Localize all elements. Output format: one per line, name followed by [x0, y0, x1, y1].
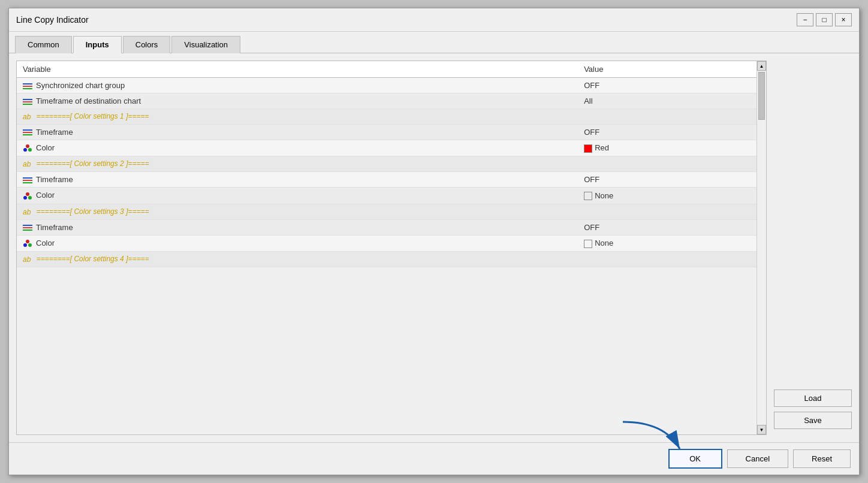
- svg-point-6: [26, 240, 29, 243]
- variable-cell: Synchronized chart group: [17, 78, 578, 93]
- variable-cell: Color: [17, 188, 578, 204]
- title-controls: − □ ×: [797, 13, 852, 26]
- main-window: Line Copy Indicator − □ × Common Inputs …: [8, 8, 860, 475]
- content-area: Variable Value Synchronized chart groupO…: [9, 53, 859, 442]
- scroll-down-button[interactable]: ▼: [757, 425, 766, 434]
- svg-point-2: [28, 148, 32, 152]
- tab-inputs[interactable]: Inputs: [73, 36, 122, 53]
- ab-icon: ab: [23, 208, 31, 216]
- variable-cell: Timeframe: [17, 124, 578, 140]
- table-row[interactable]: ColorNone: [17, 235, 757, 252]
- svg-point-3: [26, 192, 29, 196]
- minimize-button[interactable]: −: [797, 13, 813, 26]
- ab-icon: ab: [23, 255, 31, 264]
- table-row[interactable]: Synchronized chart groupOFF: [17, 78, 757, 93]
- side-buttons: Load Save: [774, 61, 852, 435]
- svg-point-0: [26, 144, 29, 148]
- value-cell[interactable]: None: [578, 188, 757, 204]
- color-picker-icon: [23, 191, 36, 200]
- close-button[interactable]: ×: [835, 13, 852, 26]
- svg-point-5: [28, 196, 32, 200]
- color-picker-icon: [23, 239, 36, 247]
- value-cell[interactable]: OFF: [578, 78, 757, 93]
- color-swatch: [584, 144, 592, 153]
- svg-point-1: [23, 148, 27, 152]
- lines-icon: [23, 99, 32, 105]
- reset-button[interactable]: Reset: [793, 449, 851, 468]
- svg-point-8: [28, 243, 32, 247]
- inputs-table: Variable Value Synchronized chart groupO…: [17, 61, 757, 267]
- scroll-up-button[interactable]: ▲: [757, 61, 766, 71]
- tab-bar: Common Inputs Colors Visualization: [9, 32, 859, 53]
- cancel-button[interactable]: Cancel: [727, 449, 788, 468]
- variable-cell: Timeframe of destination chart: [17, 93, 578, 109]
- table-row[interactable]: ab ========[ Color settings 2 ]=====: [17, 156, 757, 172]
- ab-icon: ab: [23, 160, 31, 168]
- window-title: Line Copy Indicator: [16, 15, 89, 25]
- svg-point-7: [23, 243, 27, 247]
- variable-cell: Color: [17, 140, 578, 156]
- title-bar: Line Copy Indicator − □ ×: [9, 8, 859, 32]
- table-wrapper: Variable Value Synchronized chart groupO…: [16, 61, 767, 435]
- table-row[interactable]: ColorNone: [17, 188, 757, 204]
- color-swatch: [584, 192, 592, 200]
- maximize-button[interactable]: □: [816, 13, 833, 26]
- tab-common[interactable]: Common: [15, 36, 72, 53]
- separator-label: ab ========[ Color settings 4 ]=====: [17, 252, 757, 267]
- value-cell[interactable]: All: [578, 93, 757, 109]
- value-cell[interactable]: OFF: [578, 219, 757, 235]
- scrollbar[interactable]: ▲ ▼: [757, 61, 766, 434]
- table-row[interactable]: Timeframe of destination chartAll: [17, 93, 757, 109]
- table-row[interactable]: TimeframeOFF: [17, 124, 757, 140]
- table-row[interactable]: ColorRed: [17, 140, 757, 156]
- ok-button[interactable]: OK: [668, 449, 722, 469]
- table-row[interactable]: TimeframeOFF: [17, 219, 757, 235]
- lines-icon: [23, 225, 32, 231]
- table-row[interactable]: TimeframeOFF: [17, 172, 757, 188]
- table-row[interactable]: ab ========[ Color settings 3 ]=====: [17, 204, 757, 219]
- lines-icon: [23, 129, 32, 135]
- color-swatch: [584, 240, 592, 248]
- lines-icon: [23, 83, 32, 89]
- load-button[interactable]: Load: [774, 390, 852, 407]
- variable-cell: Color: [17, 235, 578, 252]
- value-cell[interactable]: None: [578, 235, 757, 252]
- ab-icon: ab: [23, 113, 31, 121]
- tab-visualization[interactable]: Visualization: [171, 36, 240, 53]
- variable-cell: Timeframe: [17, 219, 578, 235]
- separator-label: ab ========[ Color settings 1 ]=====: [17, 109, 757, 125]
- variable-cell: Timeframe: [17, 172, 578, 188]
- separator-label: ab ========[ Color settings 2 ]=====: [17, 156, 757, 172]
- col-value: Value: [578, 61, 757, 78]
- color-picker-icon: [23, 143, 36, 152]
- col-variable: Variable: [17, 61, 578, 78]
- table-scroll[interactable]: Variable Value Synchronized chart groupO…: [17, 61, 757, 434]
- lines-icon: [23, 177, 32, 183]
- save-button[interactable]: Save: [774, 412, 852, 429]
- footer: OK Cancel Reset: [9, 442, 859, 475]
- separator-label: ab ========[ Color settings 3 ]=====: [17, 204, 757, 219]
- scroll-thumb[interactable]: [758, 72, 765, 120]
- value-cell[interactable]: OFF: [578, 124, 757, 140]
- table-row[interactable]: ab ========[ Color settings 1 ]=====: [17, 109, 757, 125]
- table-row[interactable]: ab ========[ Color settings 4 ]=====: [17, 252, 757, 267]
- tab-colors[interactable]: Colors: [123, 36, 171, 53]
- value-cell[interactable]: Red: [578, 140, 757, 156]
- value-cell[interactable]: OFF: [578, 172, 757, 188]
- svg-point-4: [23, 196, 27, 200]
